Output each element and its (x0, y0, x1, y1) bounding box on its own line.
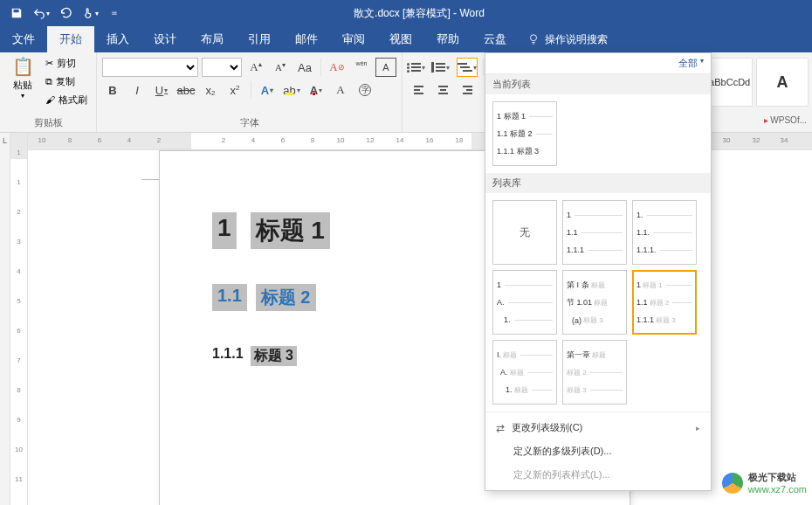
ml-lib-1[interactable]: 1 1.1 1.1.1 (562, 200, 627, 265)
ml-define-style[interactable]: 定义新的列表样式(L)... (485, 463, 711, 487)
italic-button[interactable]: I (127, 80, 148, 100)
window-title: 散文.docx [兼容模式] - Word (131, 6, 707, 21)
ml-lib-none[interactable]: 无 (492, 200, 557, 265)
grow-font-button[interactable]: A▴ (245, 58, 266, 77)
watermark-logo-icon (722, 473, 743, 494)
bullets-button[interactable]: ▾ (408, 58, 429, 77)
numbering-button[interactable]: ▾ (432, 58, 453, 77)
superscript-button[interactable]: x2 (224, 80, 245, 100)
cut-button[interactable]: ✂剪切 (42, 54, 91, 72)
multilevel-list-panel: 全部▾ 当前列表 1 标题 1 1.1 标题 2 1.1.1 标题 3 列表库 … (485, 52, 712, 491)
multilevel-list-button[interactable]: ▾ (457, 58, 478, 77)
tell-me-label: 操作说明搜索 (545, 32, 608, 47)
redo-button[interactable] (54, 2, 77, 24)
hruler-tick: 16 (426, 136, 434, 144)
hruler-tick: 14 (396, 136, 404, 144)
watermark: 极光下载站 www.xz7.com (722, 471, 807, 495)
vertical-ruler[interactable]: 112345678910111213 (10, 133, 28, 505)
shrink-font-button[interactable]: A▾ (270, 58, 291, 77)
hruler-tick: 32 (753, 136, 760, 144)
vruler-tick: 5 (10, 297, 27, 305)
align-center-button[interactable] (432, 80, 453, 100)
char-border-button[interactable]: A (375, 58, 396, 77)
tab-review[interactable]: 审阅 (330, 26, 377, 52)
char-shading-button[interactable]: A (330, 80, 351, 100)
tab-mailings[interactable]: 邮件 (283, 26, 330, 52)
tab-help[interactable]: 帮助 (424, 26, 471, 52)
font-family-combo[interactable] (102, 58, 198, 77)
ml-lib-2[interactable]: 1. 1.1. 1.1.1. (632, 200, 697, 265)
touch-mode-button[interactable]: ▾ (79, 2, 101, 24)
align-right-button[interactable] (457, 80, 478, 100)
lightbulb-icon (527, 33, 540, 45)
hruler-tick: 4 (127, 136, 131, 144)
tab-layout[interactable]: 布局 (189, 26, 236, 52)
underline-button[interactable]: U▾ (151, 80, 172, 100)
strike-button[interactable]: abc (175, 80, 196, 100)
ml-lib-5[interactable]: 1标题 1 1.1标题 2 1.1.1标题 3 (632, 270, 697, 335)
ml-lib-6[interactable]: I.标题 A.标题 1.标题 (492, 340, 557, 405)
tab-home[interactable]: 开始 (47, 26, 94, 52)
paste-button[interactable]: 📋 粘贴 ▾ (5, 54, 40, 101)
ml-change-level[interactable]: ⇄更改列表级别(C)▸ (485, 416, 711, 439)
ml-lib-3[interactable]: 1 A. 1. (492, 270, 557, 335)
wps-indicator: ▸WPSOf... (764, 115, 807, 125)
hruler-tick: 12 (367, 136, 375, 144)
vruler-tick: 1 (10, 178, 27, 186)
outline-gutter: L (0, 133, 10, 505)
font-color-button[interactable]: A▾ (306, 80, 327, 100)
copy-button[interactable]: ⧉复制 (42, 73, 91, 90)
hruler-tick: 8 (68, 136, 72, 144)
bold-button[interactable]: B (102, 80, 123, 100)
h3-number: 1.1.1 (212, 346, 244, 366)
align-left-icon (414, 86, 423, 94)
vruler-tick: 3 (10, 238, 27, 246)
ml-filter-all[interactable]: 全部▾ (485, 53, 711, 74)
save-button[interactable] (5, 2, 28, 24)
tab-references[interactable]: 引用 (236, 26, 283, 52)
tab-file[interactable]: 文件 (0, 26, 47, 52)
ml-current-item[interactable]: 1 标题 1 1.1 标题 2 1.1.1 标题 3 (492, 101, 557, 166)
vruler-tick: 6 (10, 327, 27, 335)
h1-text: 标题 1 (251, 212, 330, 249)
ml-lib-7[interactable]: 第一章标题 标题 2 标题 3 (562, 340, 627, 405)
group-clipboard: 📋 粘贴 ▾ ✂剪切 ⧉复制 🖌格式刷 剪贴板 (0, 52, 97, 132)
format-painter-button[interactable]: 🖌格式刷 (42, 91, 91, 108)
clear-format-button[interactable]: A⊘ (327, 58, 348, 77)
subscript-button[interactable]: x2 (200, 80, 221, 100)
tab-insert[interactable]: 插入 (94, 26, 141, 52)
group-font-label: 字体 (102, 114, 396, 132)
hruler-tick: 6 (98, 136, 101, 144)
hruler-tick: 10 (337, 136, 345, 144)
enclose-char-button[interactable]: 字 (354, 80, 375, 100)
title-bar: ▾ ▾ ＝ 散文.docx [兼容模式] - Word (0, 0, 812, 26)
vruler-tick: 1 (10, 149, 27, 156)
copy-label: 复制 (56, 75, 75, 88)
tab-design[interactable]: 设计 (141, 26, 189, 52)
vruler-tick: 8 (10, 386, 27, 394)
highlight-button[interactable]: ab▾ (281, 80, 302, 100)
copy-icon: ⧉ (45, 76, 52, 87)
style-heading1[interactable]: A (756, 58, 809, 107)
separator (320, 59, 321, 76)
text-effects-button[interactable]: A▾ (257, 80, 278, 100)
ml-define-new[interactable]: 定义新的多级列表(D)... (485, 439, 711, 463)
separator (251, 81, 251, 99)
hruler-tick: 10 (38, 136, 46, 144)
vruler-tick: 4 (10, 267, 27, 275)
vruler-tick: 9 (10, 416, 27, 424)
align-center-icon (438, 86, 448, 94)
change-case-button[interactable]: Aa (294, 58, 315, 77)
qat-customize-button[interactable]: ＝ (103, 2, 126, 24)
tell-me-search[interactable]: 操作说明搜索 (519, 26, 616, 52)
ribbon-tabs: 文件 开始 插入 设计 布局 引用 邮件 审阅 视图 帮助 云盘 操作说明搜索 (0, 26, 812, 52)
ml-section-current: 当前列表 (485, 74, 711, 94)
font-size-combo[interactable] (202, 58, 242, 77)
ml-lib-4[interactable]: 第 I 条标题 节 1.01标题 (a)标题 3 (562, 270, 627, 335)
tab-view[interactable]: 视图 (377, 26, 424, 52)
pinyin-button[interactable]: wén (351, 58, 372, 77)
tab-cloud[interactable]: 云盘 (471, 26, 519, 52)
numbering-icon (436, 63, 445, 72)
undo-button[interactable]: ▾ (30, 2, 52, 24)
align-left-button[interactable] (408, 80, 429, 100)
